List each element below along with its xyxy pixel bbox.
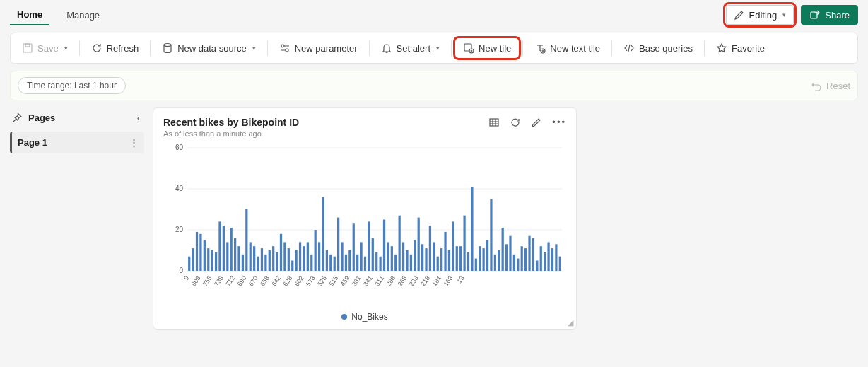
svg-rect-26 (218, 221, 221, 271)
svg-rect-64 (364, 257, 366, 271)
svg-rect-83 (437, 257, 439, 271)
new-parameter-button[interactable]: New parameter (272, 39, 365, 57)
svg-rect-98 (494, 255, 496, 271)
svg-rect-69 (383, 220, 385, 272)
svg-text:60: 60 (175, 144, 184, 151)
time-range-pill[interactable]: Time range: Last 1 hour (18, 77, 126, 94)
main-area: Pages ‹ Page 1 ⋮ Recent bikes by Bikepoi… (10, 107, 858, 357)
svg-rect-47 (299, 242, 301, 271)
svg-text:525: 525 (316, 274, 328, 287)
svg-rect-87 (452, 221, 454, 271)
svg-rect-94 (479, 246, 481, 271)
svg-rect-109 (536, 261, 538, 272)
tile-edit-icon[interactable] (531, 117, 542, 130)
more-icon[interactable]: ⋮ (129, 137, 139, 148)
svg-rect-78 (418, 218, 420, 271)
svg-rect-76 (410, 255, 412, 271)
svg-rect-46 (295, 250, 298, 271)
svg-rect-113 (551, 248, 553, 271)
chart-tile: Recent bikes by Bikepoint ID As of less … (153, 107, 577, 330)
favorite-button[interactable]: Favorite (709, 39, 772, 57)
svg-text:163: 163 (442, 274, 454, 287)
svg-rect-105 (521, 246, 523, 271)
pages-header: Pages ‹ (10, 107, 144, 127)
text-tile-icon (534, 42, 546, 54)
reset-button[interactable]: Reset (811, 80, 850, 91)
svg-text:803: 803 (190, 274, 202, 287)
tile-table-icon[interactable] (488, 117, 500, 130)
new-text-tile-button[interactable]: New text tile (527, 39, 607, 57)
svg-rect-65 (368, 221, 370, 271)
svg-rect-27 (223, 226, 225, 271)
pages-sidebar: Pages ‹ Page 1 ⋮ (10, 107, 144, 153)
editing-label: Editing (749, 10, 778, 21)
tab-home[interactable]: Home (10, 5, 49, 25)
refresh-button[interactable]: Refresh (84, 39, 146, 57)
svg-rect-63 (360, 242, 362, 271)
svg-point-4 (281, 45, 284, 47)
svg-rect-45 (291, 261, 293, 272)
svg-rect-73 (399, 216, 401, 271)
chevron-down-icon: ▾ (436, 45, 440, 52)
svg-rect-2 (25, 44, 30, 47)
base-queries-button[interactable]: Base queries (616, 39, 700, 57)
svg-rect-92 (471, 187, 473, 271)
tile-title: Recent bikes by Bikepoint ID (163, 117, 299, 128)
svg-rect-74 (402, 242, 404, 271)
svg-rect-89 (459, 246, 462, 271)
sidebar-item-page-1[interactable]: Page 1 ⋮ (10, 132, 144, 153)
svg-rect-90 (463, 216, 465, 271)
svg-rect-70 (387, 242, 389, 271)
svg-rect-48 (303, 246, 305, 271)
save-icon (22, 42, 33, 54)
svg-rect-112 (547, 242, 549, 271)
collapse-sidebar-icon[interactable]: ‹ (137, 112, 140, 123)
svg-rect-67 (375, 252, 377, 271)
chevron-down-icon: ▾ (782, 11, 786, 18)
svg-rect-93 (475, 259, 477, 271)
svg-rect-43 (283, 242, 286, 271)
svg-rect-84 (440, 248, 442, 271)
chevron-down-icon: ▾ (252, 45, 256, 52)
sidebar-item-label: Page 1 (18, 137, 47, 148)
time-range-bar: Time range: Last 1 hour Reset (10, 71, 858, 100)
share-button[interactable]: Share (801, 5, 858, 25)
set-alert-button[interactable]: Set alert ▾ (374, 39, 447, 57)
svg-rect-9 (490, 119, 498, 126)
editing-dropdown[interactable]: Editing ▾ (726, 5, 794, 25)
svg-text:628: 628 (282, 274, 294, 287)
pin-icon (11, 112, 23, 123)
new-data-source-button[interactable]: New data source ▾ (155, 39, 263, 57)
new-tile-label: New tile (479, 43, 511, 54)
svg-rect-107 (528, 236, 530, 271)
svg-text:658: 658 (259, 274, 271, 287)
svg-rect-44 (288, 248, 290, 271)
tile-more-icon[interactable]: ••• (552, 117, 566, 130)
svg-rect-100 (502, 228, 504, 271)
svg-text:690: 690 (236, 274, 248, 287)
tab-manage[interactable]: Manage (59, 6, 107, 25)
svg-point-5 (286, 49, 288, 52)
resize-handle[interactable]: ◢ (568, 318, 573, 327)
tile-refresh-icon[interactable] (510, 117, 521, 130)
database-icon (162, 42, 173, 54)
svg-text:642: 642 (270, 274, 282, 287)
refresh-icon (91, 42, 102, 54)
svg-rect-19 (192, 248, 194, 271)
base-queries-label: Base queries (639, 43, 693, 54)
legend-swatch (341, 314, 347, 320)
svg-rect-79 (421, 244, 423, 271)
svg-text:341: 341 (362, 274, 374, 287)
svg-text:459: 459 (339, 274, 351, 287)
save-button[interactable]: Save ▾ (15, 39, 75, 57)
svg-text:738: 738 (213, 274, 225, 287)
new-tile-button[interactable]: New tile (456, 39, 518, 57)
svg-rect-82 (433, 242, 435, 271)
svg-rect-62 (356, 255, 358, 271)
svg-text:381: 381 (351, 274, 363, 287)
tile-add-icon (463, 42, 474, 54)
svg-rect-77 (414, 240, 416, 272)
set-alert-label: Set alert (397, 43, 430, 54)
svg-text:218: 218 (419, 274, 431, 287)
svg-rect-66 (372, 238, 374, 271)
